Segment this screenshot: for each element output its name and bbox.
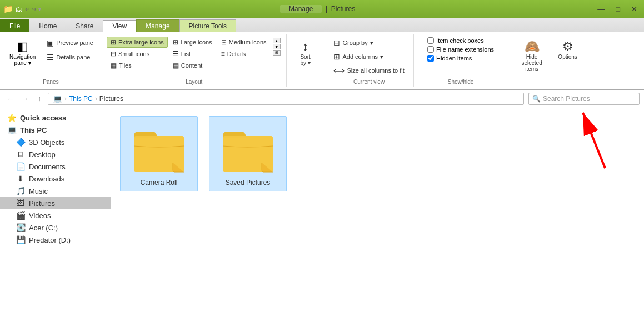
large-icons-button[interactable]: ⊞ Large icons	[169, 37, 216, 48]
nav-pane-label: Navigationpane ▾	[9, 54, 36, 66]
nav-pane-icon: ◧	[17, 39, 28, 54]
sidebar-item-desktop[interactable]: 🖥 Desktop	[0, 148, 111, 160]
sidebar-item-predator-d[interactable]: 💾 Predator (D:)	[0, 234, 111, 246]
search-icon: 🔍	[532, 95, 541, 103]
sidebar-item-downloads[interactable]: ⬇ Downloads	[0, 173, 111, 185]
add-columns-button[interactable]: ⊞ Add columns ▾	[330, 51, 408, 63]
videos-label: Videos	[29, 211, 51, 220]
saved-pictures-label: Saved Pictures	[226, 179, 271, 186]
options-icon: ⚙	[562, 39, 573, 54]
sep2: ›	[95, 95, 97, 103]
file-area: Camera Roll Saved Pictures	[111, 107, 644, 333]
folder-icon-camera-roll	[128, 121, 189, 176]
sidebar-item-this-pc[interactable]: 💻 This PC	[0, 124, 111, 136]
red-arrow-annotation	[544, 102, 611, 174]
sidebar-item-3d-objects[interactable]: 🔷 3D Objects	[0, 136, 111, 148]
tiles-button[interactable]: ▦ Tiles	[107, 60, 168, 71]
sort-button[interactable]: ↕ Sortby ▾	[291, 37, 320, 69]
current-view-section: ⊟ Group by ▾ ⊞ Add columns ▾ ⟺ Size all …	[325, 34, 414, 87]
folder-svg-camera-roll	[131, 124, 187, 174]
sidebar-item-quick-access[interactable]: ⭐ Quick access	[0, 112, 111, 124]
file-extensions-checkbox[interactable]	[427, 46, 434, 53]
sidebar-item-music[interactable]: 🎵 Music	[0, 185, 111, 197]
scroll-up-button[interactable]: ▲	[273, 38, 281, 43]
file-extensions-row[interactable]: File name extensions	[427, 46, 494, 53]
folder-saved-pictures[interactable]: Saved Pictures	[209, 116, 287, 191]
forward-button[interactable]: →	[19, 93, 31, 104]
layout-col-1: ⊞ Extra large icons ⊟ Small icons ▦ Tile…	[107, 37, 168, 71]
maximize-button[interactable]: □	[612, 5, 623, 13]
sidebar-item-acer-c[interactable]: 💽 Acer (C:)	[0, 221, 111, 234]
details-button[interactable]: ≡ Details	[217, 48, 271, 59]
tab-manage[interactable]: Manage	[136, 19, 179, 32]
desktop-icon: 🖥	[16, 150, 26, 159]
sidebar-item-documents[interactable]: 📄 Documents	[0, 160, 111, 173]
manage-title: Manage	[280, 5, 322, 13]
group-by-label: Group by	[342, 39, 367, 46]
redo-icon[interactable]: ↪	[32, 6, 36, 12]
desktop-label: Desktop	[29, 150, 56, 159]
size-icon: ⟺	[333, 66, 345, 75]
tab-share[interactable]: Share	[66, 19, 103, 32]
tiles-icon: ▦	[111, 62, 117, 69]
hidden-items-label: Hidden items	[436, 55, 472, 62]
preview-pane-button[interactable]: ▣ Preview pane	[43, 37, 97, 49]
scroll-down-button[interactable]: ▼	[273, 44, 281, 49]
medium-icons-button[interactable]: ⊟ Medium icons	[217, 37, 271, 48]
window-title: Manage | Pictures	[46, 5, 590, 13]
close-button[interactable]: ✕	[628, 5, 641, 13]
add-columns-arrow: ▾	[380, 53, 383, 60]
layout-col-2: ⊞ Large icons ☰ List ▤ Content	[169, 37, 216, 71]
content-button[interactable]: ▤ Content	[169, 60, 216, 71]
group-by-arrow: ▾	[370, 39, 373, 47]
scroll-expand-button[interactable]: ⊞	[273, 50, 281, 56]
small-icons-button[interactable]: ⊟ Small icons	[107, 48, 168, 59]
hide-selected-button[interactable]: 🙈 Hide selected items	[513, 37, 551, 75]
item-checkboxes-row[interactable]: Item check boxes	[427, 37, 494, 44]
hide-selected-label: Hide selected items	[517, 54, 547, 72]
group-icon: ⊟	[333, 38, 340, 47]
navigation-pane-button[interactable]: ◧ Navigationpane ▾	[4, 37, 41, 69]
tab-home[interactable]: Home	[29, 19, 66, 32]
details-pane-button[interactable]: ☰ Details pane	[43, 51, 97, 63]
preview-pane-label: Preview pane	[56, 39, 93, 46]
pictures-label: Pictures	[29, 199, 55, 208]
hidden-items-checkbox[interactable]	[427, 55, 434, 62]
dropdown-arrow[interactable]: ▾	[38, 6, 41, 12]
current-view-items: ⊟ Group by ▾ ⊞ Add columns ▾ ⟺ Size all …	[330, 37, 408, 77]
panes-label: Panes	[43, 77, 58, 85]
sidebar-item-videos[interactable]: 🎬 Videos	[0, 209, 111, 221]
search-placeholder: Search Pictures	[543, 95, 590, 103]
back-button[interactable]: ←	[4, 93, 17, 104]
list-button[interactable]: ☰ List	[169, 48, 216, 59]
sidebar-item-pictures[interactable]: 🖼 Pictures	[0, 197, 111, 209]
title-bar: 📁 🗂 ↩ ↪ ▾ Manage | Pictures — □ ✕	[0, 0, 644, 18]
breadcrumb-thispc[interactable]: This PC	[69, 95, 93, 103]
sort-icon: ↕	[302, 39, 308, 54]
hide-selected-icon: 🙈	[525, 39, 540, 54]
tab-view[interactable]: View	[103, 20, 136, 32]
tab-file[interactable]: File	[0, 19, 29, 32]
group-by-button[interactable]: ⊟ Group by ▾	[330, 37, 408, 49]
folder-camera-roll[interactable]: Camera Roll	[120, 116, 198, 191]
new-folder-icon[interactable]: 🗂	[15, 4, 23, 13]
sep1: ›	[64, 95, 67, 103]
hidden-items-row[interactable]: Hidden items	[427, 54, 494, 62]
up-button[interactable]: ↑	[36, 94, 43, 104]
predator-icon: 💾	[16, 235, 26, 244]
minimize-button[interactable]: —	[594, 5, 608, 13]
extra-large-icons-button[interactable]: ⊞ Extra large icons	[107, 37, 168, 48]
panes-items: ◧ Navigationpane ▾ ▣ Preview pane ☰ Deta…	[4, 37, 97, 77]
options-button[interactable]: ⚙ Options	[553, 37, 582, 63]
sort-label: Sortby ▾	[300, 54, 310, 66]
show-hide-section: Item check boxes File name extensions Hi…	[414, 34, 508, 87]
music-label: Music	[29, 187, 48, 195]
search-bar[interactable]: 🔍 Search Pictures	[528, 93, 640, 105]
tab-picture-tools[interactable]: Picture Tools	[179, 19, 236, 32]
item-checkboxes-checkbox[interactable]	[427, 37, 434, 44]
sort-items: ↕ Sortby ▾	[291, 37, 320, 69]
add-columns-icon: ⊞	[333, 52, 340, 61]
size-columns-button[interactable]: ⟺ Size all columns to fit	[330, 64, 408, 77]
list-label: List	[181, 51, 191, 57]
undo-icon[interactable]: ↩	[25, 6, 29, 12]
